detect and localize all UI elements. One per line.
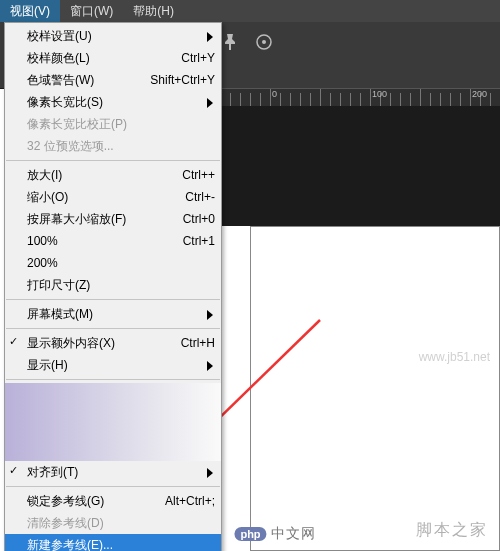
- menu-item-label: 100%: [27, 234, 175, 248]
- menu-item[interactable]: 放大(I)Ctrl++: [5, 164, 221, 186]
- menu-shortcut: Ctrl+-: [185, 190, 215, 204]
- menu-item[interactable]: 校样设置(U): [5, 25, 221, 47]
- document-canvas[interactable]: [250, 226, 500, 551]
- canvas-background: [220, 106, 500, 226]
- ruler-tick-label: 100: [370, 89, 387, 99]
- menu-item[interactable]: 像素长宽比(S): [5, 91, 221, 113]
- menu-separator: [6, 299, 220, 300]
- menu-item[interactable]: 按屏幕大小缩放(F)Ctrl+0: [5, 208, 221, 230]
- menu-item[interactable]: 色域警告(W)Shift+Ctrl+Y: [5, 69, 221, 91]
- menu-separator: [6, 328, 220, 329]
- menu-item-label: 新建参考线(E)...: [27, 537, 215, 552]
- menu-item-redacted[interactable]: [5, 435, 221, 461]
- menu-item[interactable]: 锁定参考线(G)Alt+Ctrl+;: [5, 490, 221, 512]
- check-icon: ✓: [9, 464, 18, 477]
- svg-rect-0: [229, 44, 231, 50]
- menu-separator: [6, 379, 220, 380]
- menu-item-label: 像素长宽比校正(P): [27, 116, 215, 133]
- menu-view[interactable]: 视图(V): [0, 0, 60, 22]
- submenu-arrow-icon: [207, 360, 215, 374]
- menu-item-label: 屏幕模式(M): [27, 306, 215, 323]
- menu-item-label: 200%: [27, 256, 215, 270]
- menu-bar: 视图(V) 窗口(W) 帮助(H): [0, 0, 500, 22]
- menu-item-label: 对齐到(T): [27, 464, 215, 481]
- menu-item[interactable]: 显示(H): [5, 354, 221, 376]
- menu-help[interactable]: 帮助(H): [123, 0, 184, 22]
- check-icon: ✓: [9, 335, 18, 348]
- menu-item-label: 显示额外内容(X): [27, 335, 173, 352]
- menu-item-redacted[interactable]: [5, 409, 221, 435]
- menu-separator: [6, 160, 220, 161]
- menu-item-label: 校样设置(U): [27, 28, 215, 45]
- menu-item-label: 32 位预览选项...: [27, 138, 215, 155]
- menu-item-label: 锁定参考线(G): [27, 493, 157, 510]
- view-dropdown-menu: 校样设置(U)校样颜色(L)Ctrl+Y色域警告(W)Shift+Ctrl+Y像…: [4, 22, 222, 551]
- target-icon[interactable]: [254, 32, 274, 52]
- ruler-tick-label: 200: [470, 89, 487, 99]
- menu-item[interactable]: 校样颜色(L)Ctrl+Y: [5, 47, 221, 69]
- menu-item-label: 放大(I): [27, 167, 174, 184]
- menu-shortcut: Shift+Ctrl+Y: [150, 73, 215, 87]
- menu-item-label: 校样颜色(L): [27, 50, 173, 67]
- menu-item[interactable]: 100%Ctrl+1: [5, 230, 221, 252]
- submenu-arrow-icon: [207, 309, 215, 323]
- watermark-jbzj: 脚本之家: [416, 520, 488, 541]
- menu-shortcut: Alt+Ctrl+;: [165, 494, 215, 508]
- menu-shortcut: Ctrl+0: [183, 212, 215, 226]
- menu-shortcut: Ctrl+H: [181, 336, 215, 350]
- menu-item: 像素长宽比校正(P): [5, 113, 221, 135]
- menu-item[interactable]: 屏幕模式(M): [5, 303, 221, 325]
- menu-item: 32 位预览选项...: [5, 135, 221, 157]
- menu-item[interactable]: ✓对齐到(T): [5, 461, 221, 483]
- window-topbar: 视图(V) 窗口(W) 帮助(H): [0, 0, 500, 23]
- menu-item: 清除参考线(D): [5, 512, 221, 534]
- menu-item[interactable]: 打印尺寸(Z): [5, 274, 221, 296]
- watermark-phpcn: php 中文网: [234, 525, 315, 543]
- horizontal-ruler: 0100200: [220, 88, 500, 108]
- menu-separator: [6, 486, 220, 487]
- menu-item[interactable]: ✓显示额外内容(X)Ctrl+H: [5, 332, 221, 354]
- menu-item-label: 像素长宽比(S): [27, 94, 215, 111]
- menu-item[interactable]: 新建参考线(E)...: [5, 534, 221, 551]
- menu-shortcut: Ctrl+1: [183, 234, 215, 248]
- menu-item-label: 显示(H): [27, 357, 215, 374]
- menu-item-label: 打印尺寸(Z): [27, 277, 215, 294]
- svg-point-2: [262, 40, 266, 44]
- menu-shortcut: Ctrl+Y: [181, 51, 215, 65]
- pin-icon[interactable]: [220, 32, 240, 52]
- menu-item[interactable]: 缩小(O)Ctrl+-: [5, 186, 221, 208]
- menu-item-redacted[interactable]: [5, 383, 221, 409]
- submenu-arrow-icon: [207, 467, 215, 481]
- submenu-arrow-icon: [207, 97, 215, 111]
- menu-item[interactable]: 200%: [5, 252, 221, 274]
- menu-item-label: 清除参考线(D): [27, 515, 215, 532]
- watermark-jb51: www.jb51.net: [419, 350, 490, 364]
- menu-item-label: 色域警告(W): [27, 72, 142, 89]
- menu-item-label: 按屏幕大小缩放(F): [27, 211, 175, 228]
- menu-item-label: 缩小(O): [27, 189, 177, 206]
- ruler-tick-label: 0: [270, 89, 277, 99]
- menu-shortcut: Ctrl++: [182, 168, 215, 182]
- submenu-arrow-icon: [207, 31, 215, 45]
- menu-window[interactable]: 窗口(W): [60, 0, 123, 22]
